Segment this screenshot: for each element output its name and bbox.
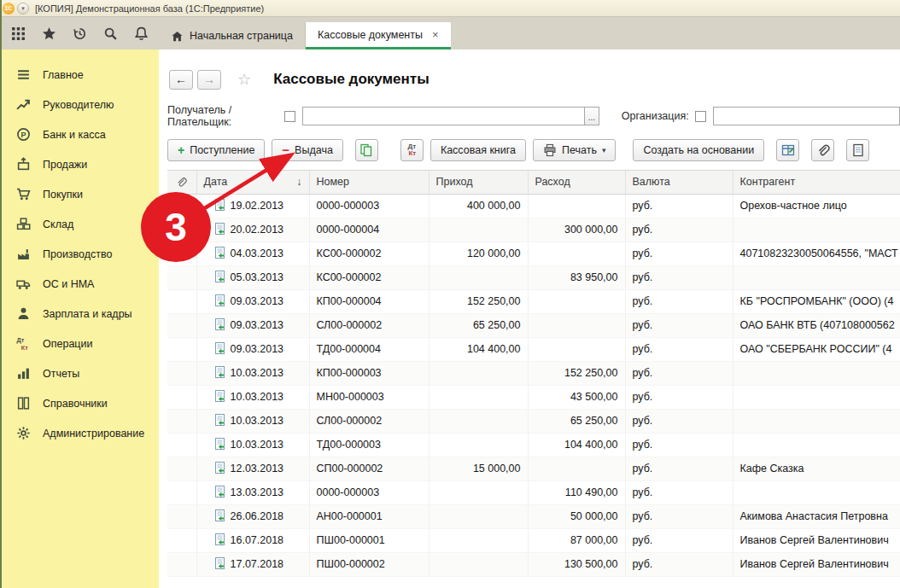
sidebar-item-person[interactable]: Зарплата и кадры — [0, 299, 159, 329]
sales-icon — [16, 157, 31, 172]
sidebar-item-gear[interactable]: Администрирование — [0, 418, 159, 448]
table-row[interactable]: 04.03.2013 КС00-000002 120 000,00 руб. 4… — [167, 242, 900, 265]
close-icon[interactable]: × — [432, 28, 439, 41]
sidebar-item-chart[interactable]: Отчеты — [0, 358, 159, 388]
cash-document-icon — [214, 199, 225, 213]
notifications-bell-icon[interactable] — [134, 26, 149, 41]
cell-expense: 110 490,00 — [528, 480, 625, 504]
gear-icon — [16, 426, 31, 440]
cell-date: 09.03.2013 — [196, 289, 309, 313]
create-copy-button[interactable] — [355, 139, 378, 161]
cell-counterparty — [733, 218, 900, 242]
organization-filter-checkbox[interactable] — [695, 111, 706, 122]
attachments-button[interactable] — [811, 139, 834, 161]
cell-expense: 104 400,00 — [528, 433, 625, 457]
table-row[interactable]: 09.03.2013 КП00-000004 152 250,00 руб. К… — [167, 289, 900, 313]
payee-filter-input[interactable] — [302, 107, 585, 125]
reports-button[interactable] — [846, 139, 869, 161]
cell-currency: руб. — [625, 552, 733, 576]
sidebar-item-trend[interactable]: Руководителю — [0, 90, 159, 119]
cell-date: 16.07.2018 — [196, 528, 309, 552]
column-header-attachments[interactable] — [167, 171, 196, 194]
cash-document-icon — [214, 294, 225, 309]
cell-attachments — [167, 361, 196, 385]
home-icon — [171, 30, 184, 43]
cell-income — [429, 361, 528, 385]
cell-date: 17.07.2018 — [196, 552, 309, 576]
sidebar-item-books[interactable]: Справочники — [0, 388, 159, 418]
cell-income — [429, 433, 528, 457]
window-menu-button[interactable]: ▾ — [17, 3, 29, 15]
column-header-income[interactable]: Приход — [429, 171, 528, 194]
sidebar-item-menu[interactable]: Главное — [0, 60, 159, 90]
back-button[interactable]: ← — [169, 70, 193, 90]
cash-document-icon — [214, 366, 225, 381]
table-row[interactable]: 10.03.2013 ТД00-000003 104 400,00 руб. — [167, 433, 900, 457]
dtkt-icon: Дт Кт — [408, 143, 417, 157]
payee-filter-checkbox[interactable] — [284, 111, 295, 122]
cell-date-text: 09.03.2013 — [231, 319, 284, 331]
table-row[interactable]: 12.03.2013 СП00-000002 15 000,00 руб. Ка… — [167, 457, 900, 480]
sidebar-item-assets[interactable]: ОС и НМА — [0, 269, 159, 299]
tab-label: Кассовые документы — [318, 29, 423, 41]
table-row[interactable]: 17.07.2018 ПШ00-000002 130 500,00 руб. И… — [167, 552, 900, 576]
print-button[interactable]: Печать ▾ — [533, 139, 616, 161]
table-row[interactable]: 20.02.2013 0000-000004 300 000,00 руб. — [167, 218, 900, 242]
sidebar-item-sales[interactable]: Продажи — [0, 149, 159, 179]
table-row[interactable]: 13.03.2013 0000-000003 110 490,00 руб. — [167, 480, 900, 504]
list-settings-button[interactable] — [776, 139, 799, 161]
cell-date: 10.03.2013 — [196, 361, 309, 385]
sections-menu-icon[interactable] — [11, 26, 26, 41]
cash-document-icon — [214, 438, 225, 452]
search-icon[interactable] — [103, 26, 118, 41]
history-icon[interactable] — [73, 26, 87, 41]
favorites-star-icon[interactable] — [42, 26, 56, 41]
payee-choose-button[interactable]: ... — [585, 107, 599, 125]
table-row[interactable]: 09.03.2013 СЛ00-000002 65 250,00 руб. ОА… — [167, 313, 900, 337]
table-row[interactable]: 10.03.2013 МН00-000003 43 500,00 руб. — [167, 385, 900, 409]
column-header-number[interactable]: Номер — [309, 171, 429, 194]
cell-attachments — [167, 480, 196, 504]
column-header-currency[interactable]: Валюта — [625, 171, 733, 194]
table-row[interactable]: 05.03.2013 КС00-000002 83 950,00 руб. — [167, 265, 900, 289]
cell-number: 0000-000004 — [309, 218, 429, 242]
cell-counterparty — [733, 265, 900, 289]
cell-attachments — [167, 433, 196, 457]
cell-income: 120 000,00 — [429, 242, 528, 265]
column-header-date[interactable]: Дата ↓ — [196, 171, 309, 194]
organization-filter-input[interactable] — [713, 107, 900, 125]
table-row[interactable]: 16.07.2018 ПШ00-000001 87 000,00 руб. Ив… — [167, 528, 900, 552]
cell-number: КП00-000004 — [309, 289, 429, 313]
create-based-on-button[interactable]: Создать на основании — [633, 139, 764, 161]
table-settings-icon — [781, 143, 795, 157]
cell-date: 10.03.2013 — [196, 433, 309, 457]
column-header-counterparty[interactable]: Контрагент — [733, 171, 900, 194]
issue-button[interactable]: − Выдача — [272, 139, 343, 161]
column-header-expense[interactable]: Расход — [528, 171, 625, 194]
sidebar-item-cart[interactable]: Покупки — [0, 179, 159, 209]
show-postings-button[interactable]: Дт Кт — [400, 139, 424, 161]
sidebar-item-label: Отчеты — [43, 368, 79, 380]
panel-icons — [0, 17, 159, 49]
cell-date-text: 10.03.2013 — [231, 415, 284, 427]
table-row[interactable]: 26.06.2018 АН00-000001 50 000,00 руб. Ак… — [167, 504, 900, 528]
forward-button[interactable]: → — [197, 70, 221, 90]
add-to-favorites-star-icon[interactable]: ☆ — [237, 70, 251, 89]
sidebar-item-bank[interactable]: Р Банк и касса — [0, 119, 159, 149]
cell-attachments — [167, 552, 196, 576]
table-row[interactable]: 19.02.2013 0000-000003 400 000,00 руб. О… — [167, 194, 900, 218]
cell-number: ТД00-000003 — [309, 433, 429, 457]
sidebar-item-production[interactable]: Производство — [0, 239, 159, 269]
tab-cash-documents[interactable]: Кассовые документы × — [306, 22, 451, 49]
table-row[interactable]: 09.03.2013 ТД00-000004 104 400,00 руб. О… — [167, 337, 900, 361]
sidebar-item-dtkt[interactable]: ДтКт Операции — [0, 329, 159, 358]
cell-attachments — [167, 528, 196, 552]
table-row[interactable]: 10.03.2013 СЛ00-000002 65 250,00 руб. — [167, 409, 900, 433]
tab-home-page[interactable]: Начальная страница — [159, 22, 306, 49]
cash-book-button[interactable]: Кассовая книга — [430, 139, 526, 161]
sidebar-item-label: ОС и НМА — [43, 278, 94, 290]
sidebar-item-warehouse[interactable]: Склад — [0, 209, 159, 239]
payee-filter-label: Получатель / Плательщик: — [167, 104, 278, 128]
receipt-button[interactable]: + Поступление — [167, 139, 265, 161]
table-row[interactable]: 10.03.2013 КП00-000003 152 250,00 руб. — [167, 361, 900, 385]
